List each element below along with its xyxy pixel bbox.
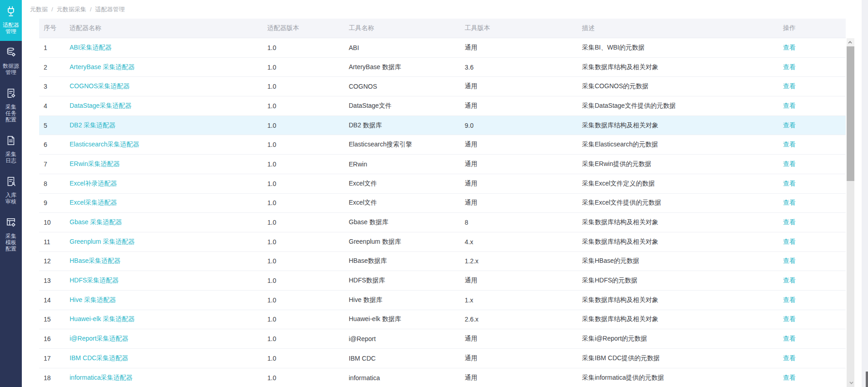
cell-adapter-name-link[interactable]: informatica采集适配器 — [65, 374, 263, 382]
cell-adapter-name-link[interactable]: Excel采集适配器 — [65, 199, 263, 207]
scroll-up-button[interactable] — [847, 38, 854, 46]
scrollbar-thumb[interactable] — [847, 46, 854, 181]
cell-description: 采集数据库结构及相关对象 — [577, 296, 778, 304]
view-link[interactable]: 查看 — [778, 238, 846, 246]
view-link[interactable]: 查看 — [778, 276, 846, 285]
cell-tool-name: HDFS数据库 — [344, 276, 460, 285]
view-link[interactable]: 查看 — [778, 160, 846, 168]
sidebar-item-collection-log[interactable]: 采集 日志 — [0, 129, 22, 170]
cell-adapter-name-link[interactable]: Excel补录适配器 — [65, 180, 263, 188]
cell-adapter-name-link[interactable]: IBM CDC采集适配器 — [65, 354, 263, 362]
page-scrollbar-thumb[interactable] — [866, 372, 868, 387]
cell-no: 9 — [39, 199, 65, 206]
view-link[interactable]: 查看 — [778, 296, 846, 304]
log-document-icon — [5, 135, 17, 148]
cell-tool-version: 通用 — [460, 141, 577, 149]
cell-adapter-name-link[interactable]: DataStage采集适配器 — [65, 102, 263, 110]
cell-no: 16 — [39, 335, 65, 342]
cell-no: 11 — [39, 238, 65, 246]
chevron-up-icon — [848, 41, 852, 45]
cell-adapter-version: 1.0 — [263, 161, 344, 168]
breadcrumb-item-metadata-collection[interactable]: 元数据采集 — [57, 5, 86, 14]
table-row[interactable]: 5 DB2 采集适配器 1.0 DB2 数据库 9.0 采集数据库结构及相关对象… — [39, 116, 846, 136]
sidebar-item-warehouse-audit[interactable]: 入库 审核 — [0, 170, 22, 211]
cell-no: 10 — [39, 219, 65, 226]
task-config-document-icon — [5, 87, 17, 101]
view-link[interactable]: 查看 — [778, 218, 846, 226]
view-link[interactable]: 查看 — [778, 44, 846, 52]
table-row[interactable]: 7 ERwin采集适配器 1.0 ERwin 通用 采集ERwin提供的元数据 … — [39, 155, 846, 174]
cell-adapter-name-link[interactable]: Elasticsearch采集适配器 — [65, 141, 263, 149]
view-link[interactable]: 查看 — [778, 63, 846, 71]
cell-adapter-version: 1.0 — [263, 180, 344, 187]
view-link[interactable]: 查看 — [778, 374, 846, 382]
sidebar-item-collection-task-config[interactable]: 采集 任务 配置 — [0, 82, 22, 129]
table-row[interactable]: 8 Excel补录适配器 1.0 Excel文件 通用 采集Excel文件定义的… — [39, 174, 846, 194]
cell-adapter-name-link[interactable]: COGNOS采集适配器 — [65, 82, 263, 90]
cell-description: 采集Excel文件定义的数据 — [577, 180, 778, 188]
sidebar-item-label: 适配器 管理 — [3, 22, 19, 35]
cell-description: 采集数据库结构及相关对象 — [577, 121, 778, 130]
cell-adapter-name-link[interactable]: Huawei-elk 采集适配器 — [65, 315, 263, 323]
table-row[interactable]: 16 i@Report采集适配器 1.0 i@Report 通用 采集i@Rep… — [39, 329, 846, 349]
cell-adapter-name-link[interactable]: HDFS采集适配器 — [65, 276, 263, 285]
scroll-down-button[interactable] — [847, 379, 854, 387]
breadcrumb-item-metadata[interactable]: 元数据 — [30, 5, 48, 14]
cell-adapter-name-link[interactable]: Greenplum 采集适配器 — [65, 238, 263, 246]
cell-description: 采集HBase的元数据 — [577, 257, 778, 265]
cell-tool-version: 通用 — [460, 335, 577, 343]
sidebar: 适配器 管理 数据源 管理 采集 任务 配置 — [0, 0, 22, 387]
cell-adapter-name-link[interactable]: DB2 采集适配器 — [65, 121, 263, 130]
cell-no: 8 — [39, 180, 65, 187]
view-link[interactable]: 查看 — [778, 315, 846, 323]
table-body: 1 ABI采集适配器 1.0 ABI 通用 采集BI、WBI的元数据 查看 2 … — [39, 38, 846, 387]
table-row[interactable]: 6 Elasticsearch采集适配器 1.0 Elasticsearch搜索… — [39, 135, 846, 155]
view-link[interactable]: 查看 — [778, 354, 846, 362]
cell-adapter-name-link[interactable]: HBase采集适配器 — [65, 257, 263, 265]
table-row[interactable]: 12 HBase采集适配器 1.0 HBase数据库 1.2.x 采集HBase… — [39, 252, 846, 271]
table-row[interactable]: 2 ArteryBase 采集适配器 1.0 ArteryBase 数据库 3.… — [39, 58, 846, 77]
view-link[interactable]: 查看 — [778, 335, 846, 343]
table-row[interactable]: 13 HDFS采集适配器 1.0 HDFS数据库 通用 采集HDFS的元数据 查… — [39, 271, 846, 291]
sidebar-item-adapter-management[interactable]: 适配器 管理 — [0, 0, 22, 41]
cell-adapter-version: 1.0 — [263, 64, 344, 71]
table-scrollbar[interactable] — [847, 38, 854, 387]
cell-adapter-name-link[interactable]: i@Report采集适配器 — [65, 335, 263, 343]
table-row[interactable]: 9 Excel采集适配器 1.0 Excel文件 通用 采集Excel文件提供的… — [39, 194, 846, 213]
cell-tool-name: ABI — [344, 44, 460, 51]
view-link[interactable]: 查看 — [778, 102, 846, 110]
view-link[interactable]: 查看 — [778, 82, 846, 90]
sidebar-item-datasource-management[interactable]: 数据源 管理 — [0, 41, 22, 82]
cell-adapter-version: 1.0 — [263, 141, 344, 148]
cell-adapter-name-link[interactable]: Hive 采集适配器 — [65, 296, 263, 304]
cell-tool-name: DataStage文件 — [344, 102, 460, 110]
table-row[interactable]: 18 informatica采集适配器 1.0 informatica 通用 采… — [39, 368, 846, 387]
breadcrumb-item-adapter-management[interactable]: 适配器管理 — [95, 5, 125, 14]
cell-adapter-name-link[interactable]: ERwin采集适配器 — [65, 160, 263, 168]
cell-adapter-name-link[interactable]: ABI采集适配器 — [65, 44, 263, 52]
sidebar-item-collection-template-config[interactable]: 采集 模板 配置 — [0, 211, 22, 258]
cell-description: 采集informatica提供的元数据 — [577, 374, 778, 382]
view-link[interactable]: 查看 — [778, 121, 846, 130]
view-link[interactable]: 查看 — [778, 141, 846, 149]
table-row[interactable]: 3 COGNOS采集适配器 1.0 COGNOS 通用 采集COGNOS的元数据… — [39, 77, 846, 96]
cell-no: 5 — [39, 122, 65, 129]
cell-description: 采集IBM CDC提供的元数据 — [577, 354, 778, 362]
table-row[interactable]: 14 Hive 采集适配器 1.0 Hive 数据库 1.x 采集数据库结构及相… — [39, 291, 846, 310]
table-row[interactable]: 4 DataStage采集适配器 1.0 DataStage文件 通用 采集Da… — [39, 96, 846, 116]
page-scrollbar-track[interactable] — [862, 0, 868, 387]
view-link[interactable]: 查看 — [778, 257, 846, 265]
table-row[interactable]: 1 ABI采集适配器 1.0 ABI 通用 采集BI、WBI的元数据 查看 — [39, 38, 846, 58]
view-link[interactable]: 查看 — [778, 180, 846, 188]
cell-description: 采集COGNOS的元数据 — [577, 82, 778, 90]
column-header-operation: 操作 — [778, 24, 846, 32]
cell-adapter-name-link[interactable]: ArteryBase 采集适配器 — [65, 63, 263, 71]
cell-tool-name: DB2 数据库 — [344, 121, 460, 130]
table-row[interactable]: 15 Huawei-elk 采集适配器 1.0 Huawei-elk 数据库 2… — [39, 310, 846, 330]
cell-no: 1 — [39, 44, 65, 51]
view-link[interactable]: 查看 — [778, 199, 846, 207]
cell-adapter-name-link[interactable]: Gbase 采集适配器 — [65, 218, 263, 226]
table-row[interactable]: 17 IBM CDC采集适配器 1.0 IBM CDC 通用 采集IBM CDC… — [39, 349, 846, 368]
table-row[interactable]: 10 Gbase 采集适配器 1.0 Gbase 数据库 8 采集数据库结构及相… — [39, 213, 846, 232]
table-row[interactable]: 11 Greenplum 采集适配器 1.0 Greenplum 数据库 4.x… — [39, 232, 846, 252]
